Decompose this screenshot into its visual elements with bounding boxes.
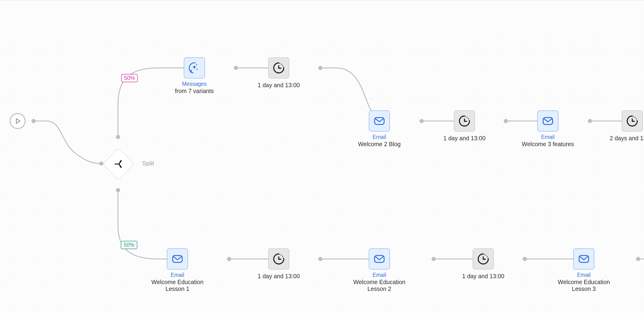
svg-point-30 [465,116,466,117]
node-delay-b2[interactable]: 1 day and 13:00 [447,248,520,280]
svg-point-48 [488,258,488,259]
svg-point-33 [469,120,470,121]
svg-point-41 [281,255,282,256]
svg-point-40 [280,254,280,255]
node-welcome2-type: Email [372,134,386,140]
svg-point-32 [468,118,469,119]
envelope-icon [373,252,386,265]
svg-point-38 [636,120,638,121]
node-welcome2[interactable]: Email Welcome 2 Blog [343,110,416,148]
node-delay-2-label: 1 day and 13:00 [443,135,485,142]
node-delay-b1[interactable]: 1 day and 13:00 [242,248,315,280]
node-welcome3-type: Email [541,134,555,140]
svg-point-46 [485,255,486,256]
node-edu1[interactable]: Email Welcome Education Lesson 1 [141,248,214,292]
envelope-icon [171,252,184,265]
node-edu2[interactable]: Email Welcome Education Lesson 2 [343,248,416,292]
node-delay-b2-label: 1 day and 13:00 [462,273,504,280]
node-welcome3-subtitle: Welcome 3 features [522,141,574,148]
node-edu1-subtitle: Welcome Education Lesson 1 [142,279,213,292]
svg-point-18 [318,257,322,261]
svg-point-35 [633,116,634,117]
branch-bottom-percent: 50% [121,241,137,249]
svg-point-28 [283,67,284,68]
node-edu1-type: Email [171,272,184,278]
node-edu2-subtitle: Welcome Education Lesson 2 [344,279,414,292]
split-icon [112,158,124,170]
node-edu3-subtitle: Welcome Education Lesson 3 [548,279,619,292]
branch-top-percent: 50% [121,74,138,82]
node-welcome3[interactable]: Email Welcome 3 features [512,110,584,148]
svg-point-47 [487,256,488,257]
node-delay-b1-label: 1 day and 13:00 [258,273,300,280]
clock-icon [626,115,638,127]
svg-point-37 [636,118,637,119]
node-messages[interactable]: Messages from 7 variants [158,57,231,94]
svg-point-9 [420,119,424,123]
svg-point-7 [318,66,322,70]
node-edu3-type: Email [577,272,591,278]
svg-point-42 [282,256,283,257]
svg-point-11 [504,119,508,123]
node-delay-1[interactable]: 1 day and 13:00 [242,57,315,88]
svg-point-43 [283,258,284,259]
svg-point-36 [634,117,635,118]
svg-point-5 [234,66,238,70]
start-node[interactable] [10,113,26,129]
node-messages-type: Messages [182,81,207,87]
svg-point-3 [116,188,120,192]
envelope-icon [542,115,554,127]
svg-point-13 [588,119,592,123]
svg-point-31 [466,117,468,118]
clock-icon [458,115,471,127]
node-edu3[interactable]: Email Welcome Education Lesson 3 [548,248,620,292]
node-delay-3[interactable]: 2 days and 13:00 [596,110,644,142]
clock-icon [272,252,285,265]
node-delay-3-label: 2 days and 13:00 [610,135,644,142]
flow-canvas[interactable]: Split 50% 50% Messages from 7 variants 1… [0,0,644,313]
svg-point-16 [227,257,231,261]
svg-point-2 [116,135,120,139]
svg-point-24 [636,257,640,261]
svg-point-27 [282,65,283,66]
svg-point-20 [432,257,436,261]
svg-point-26 [281,64,282,64]
node-delay-1-label: 1 day and 13:00 [258,82,300,88]
sparkle-chat-icon [188,61,201,75]
envelope-icon [373,115,386,127]
svg-point-22 [523,257,527,261]
svg-point-1 [99,162,104,166]
node-edu2-type: Email [372,272,386,278]
split-label: Split [142,160,154,167]
svg-point-45 [484,254,485,255]
split-node[interactable] [102,148,134,180]
play-icon [14,117,22,125]
node-messages-subtitle: from 7 variants [175,88,214,94]
clock-icon [477,252,490,265]
node-welcome2-subtitle: Welcome 2 Blog [358,141,401,148]
clock-icon [272,62,285,74]
svg-point-0 [32,119,36,123]
node-delay-2[interactable]: 1 day and 13:00 [428,110,501,142]
envelope-icon [578,252,590,265]
svg-point-25 [280,63,280,64]
